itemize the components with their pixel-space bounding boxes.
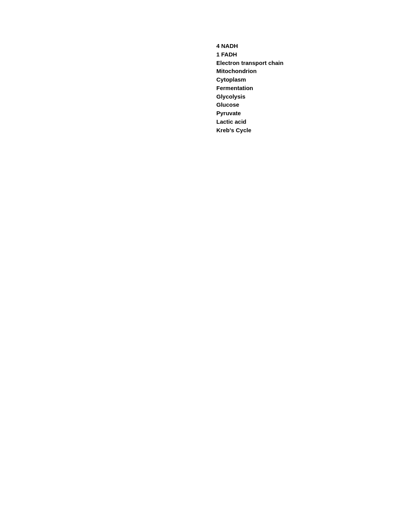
term-mitochondrion: Mitochondrion: [216, 67, 283, 75]
term-glycolysis: Glycolysis: [216, 92, 283, 101]
term-fadh: 1 FADH: [216, 50, 283, 59]
terms-list: 4 NADH 1 FADH Electron transport chain M…: [216, 42, 283, 134]
term-nadh: 4 NADH: [216, 42, 283, 50]
term-electron-transport-chain: Electron transport chain: [216, 59, 283, 67]
term-pyruvate: Pyruvate: [216, 109, 283, 118]
term-glucose: Glucose: [216, 101, 283, 109]
term-cytoplasm: Cytoplasm: [216, 75, 283, 84]
term-fermentation: Fermentation: [216, 84, 283, 92]
term-krebs-cycle: Kreb's Cycle: [216, 126, 283, 135]
term-lactic-acid: Lactic acid: [216, 118, 283, 126]
